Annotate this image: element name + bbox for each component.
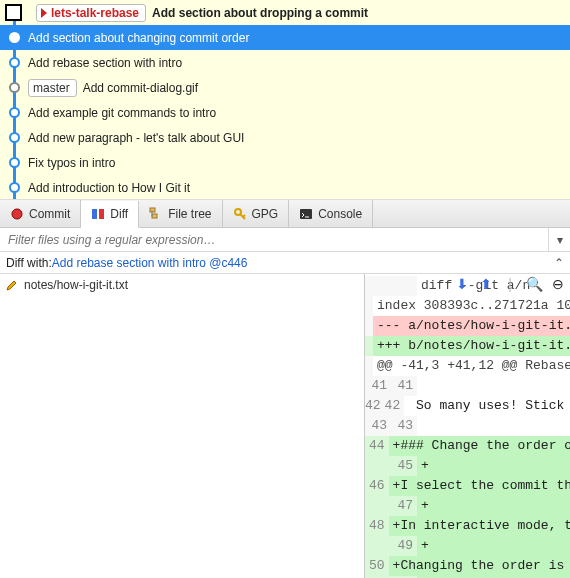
- commit-row[interactable]: Add example git commands to intro: [0, 100, 570, 125]
- lower-split: notes/how-i-git-it.txt ⬇ ⬆ | 🔍 ⊖ diff --…: [0, 274, 570, 578]
- diff-with-link[interactable]: Add rebase section with intro @c446: [52, 256, 248, 270]
- console-icon: [299, 207, 313, 221]
- commit-message: Add section about changing commit order: [28, 31, 249, 45]
- commit-dot-icon: [9, 132, 20, 143]
- file-path: notes/how-i-git-it.txt: [24, 278, 128, 292]
- tab-label: Diff: [110, 207, 128, 221]
- tab-bar: Commit Diff File tree GPG Console: [0, 200, 570, 228]
- svg-rect-2: [99, 209, 104, 219]
- chevron-up-icon[interactable]: ⌃: [554, 256, 564, 270]
- tab-label: Console: [318, 207, 362, 221]
- zoom-out-icon[interactable]: ⊖: [550, 276, 566, 292]
- commit-message: Add section about dropping a commit: [152, 6, 368, 20]
- diff-body[interactable]: diff --git a/nindex 308393c..271721a 100…: [365, 274, 570, 578]
- svg-point-0: [12, 209, 22, 219]
- tab-label: GPG: [252, 207, 279, 221]
- zoom-in-icon[interactable]: 🔍: [526, 276, 542, 292]
- commit-message: Add introduction to How I Git it: [28, 181, 190, 195]
- commit-dot-icon: [9, 57, 20, 68]
- commit-dot-icon: [9, 157, 20, 168]
- diff-toolbar: ⬇ ⬆ | 🔍 ⊖: [454, 276, 566, 292]
- commit-message: Add example git commands to intro: [28, 106, 216, 120]
- diff-pane: ⬇ ⬆ | 🔍 ⊖ diff --git a/nindex 308393c..2…: [365, 274, 570, 578]
- commit-row[interactable]: Add introduction to How I Git it: [0, 175, 570, 200]
- tree-icon: [149, 207, 163, 221]
- record-icon: [10, 207, 24, 221]
- diff-with-prefix: Diff with:: [6, 256, 52, 270]
- svg-rect-1: [92, 209, 97, 219]
- diff-line: 4141: [365, 376, 570, 396]
- diff-line: 47+: [365, 496, 570, 516]
- tab-commit[interactable]: Commit: [0, 200, 81, 227]
- key-icon: [233, 207, 247, 221]
- commit-dot-icon: [9, 182, 20, 193]
- tab-label: Commit: [29, 207, 70, 221]
- tab-console[interactable]: Console: [289, 200, 373, 227]
- commit-dot-icon: [9, 32, 20, 43]
- chevron-down-icon: ▾: [557, 233, 563, 247]
- diff-line: 4242 So many uses! Stick with: [365, 396, 570, 416]
- diff-line: --- a/notes/how-i-git-it.t: [365, 316, 570, 336]
- tab-filetree[interactable]: File tree: [139, 200, 222, 227]
- diff-line: 46+I select the commit that: [365, 476, 570, 496]
- diff-line: +++ b/notes/how-i-git-it.t: [365, 336, 570, 356]
- file-row[interactable]: notes/how-i-git-it.txt: [0, 274, 364, 296]
- diff-line: 50+Changing the order is onl: [365, 556, 570, 576]
- prev-diff-icon[interactable]: ⬆: [478, 276, 494, 292]
- diff-line: 4343: [365, 416, 570, 436]
- file-list-pane: notes/how-i-git-it.txt: [0, 274, 365, 578]
- filter-input[interactable]: [0, 228, 548, 251]
- commit-message: Add new paragraph - let's talk about GUI: [28, 131, 244, 145]
- tab-diff[interactable]: Diff: [81, 201, 139, 228]
- commit-dot-icon: [9, 107, 20, 118]
- commit-row[interactable]: Add rebase section with intro: [0, 50, 570, 75]
- diff-icon: [91, 207, 105, 221]
- commit-message: Add commit-dialog.gif: [83, 81, 198, 95]
- diff-line: 45+: [365, 456, 570, 476]
- diff-line: index 308393c..271721a 100: [365, 296, 570, 316]
- separator: |: [502, 276, 518, 292]
- branch-label: lets-talk-rebase: [51, 6, 139, 20]
- next-diff-icon[interactable]: ⬇: [454, 276, 470, 292]
- filter-toggle[interactable]: ▾: [548, 228, 570, 251]
- diff-line: 44+### Change the order of t: [365, 436, 570, 456]
- branch-label: master: [33, 81, 70, 95]
- branch-arrow-icon: [41, 8, 47, 18]
- filter-row: ▾: [0, 228, 570, 252]
- tab-label: File tree: [168, 207, 211, 221]
- diff-line: 49+: [365, 536, 570, 556]
- head-marker-icon: [5, 4, 22, 21]
- commit-row[interactable]: master Add commit-dialog.gif: [0, 75, 570, 100]
- commit-row[interactable]: Fix typos in intro: [0, 150, 570, 175]
- diff-line: @@ -41,3 +41,12 @@ Rebase: [365, 356, 570, 376]
- tab-gpg[interactable]: GPG: [223, 200, 290, 227]
- commit-dot-icon: [9, 82, 20, 93]
- diff-with-row: Diff with: Add rebase section with intro…: [0, 252, 570, 274]
- branch-tag-current[interactable]: lets-talk-rebase: [36, 4, 146, 22]
- edit-icon: [6, 279, 18, 291]
- commit-log: lets-talk-rebase Add section about dropp…: [0, 0, 570, 200]
- commit-row[interactable]: Add section about changing commit order: [0, 25, 570, 50]
- commit-row[interactable]: Add new paragraph - let's talk about GUI: [0, 125, 570, 150]
- diff-line: 48+In interactive mode, this: [365, 516, 570, 536]
- commit-message: Fix typos in intro: [28, 156, 115, 170]
- commit-message: Add rebase section with intro: [28, 56, 182, 70]
- commit-row[interactable]: lets-talk-rebase Add section about dropp…: [0, 0, 570, 25]
- branch-tag-master[interactable]: master: [28, 79, 77, 97]
